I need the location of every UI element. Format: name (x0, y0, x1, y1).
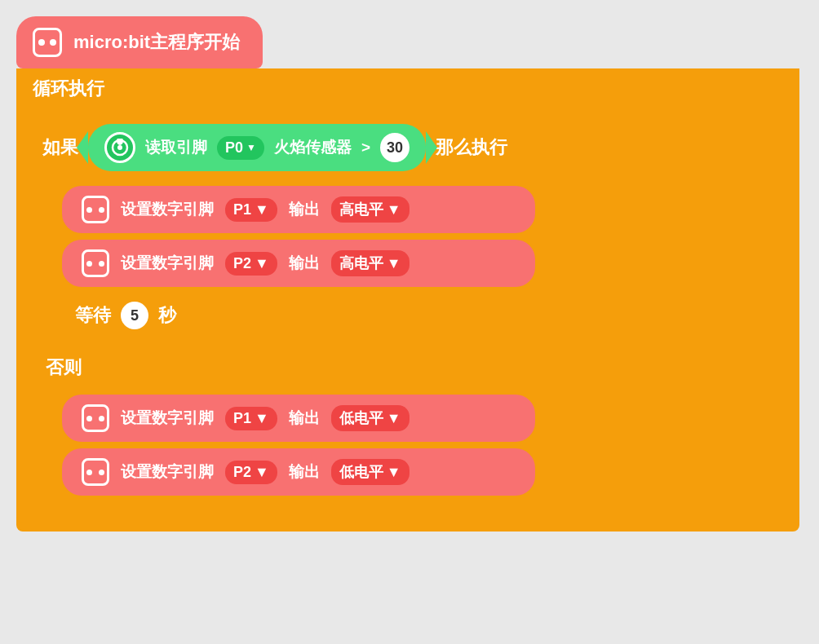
sensor-svg (111, 139, 129, 157)
microbit-icon (33, 28, 62, 57)
then-pin-block-1[interactable]: 设置数字引脚 P1 ▼ 输出 高电平 ▼ (62, 186, 535, 233)
sensor-label: 火焰传感器 (274, 137, 352, 158)
else-body: 设置数字引脚 P1 ▼ 输出 低电平 ▼ 设置数字引脚 (29, 388, 786, 502)
else-output-label-1: 输出 (289, 408, 320, 429)
else-pin1-arrow: ▼ (255, 410, 269, 427)
then-label: 那么执行 (436, 135, 507, 160)
then-pin1-arrow: ▼ (255, 201, 269, 218)
threshold-value[interactable]: 30 (380, 133, 410, 162)
else-level2-arrow: ▼ (387, 464, 401, 481)
else-label: 否则 (46, 357, 82, 377)
svg-point-2 (117, 139, 123, 145)
pin-icon-1 (82, 196, 109, 223)
else-level1-arrow: ▼ (387, 410, 401, 427)
then-body: 设置数字引脚 P1 ▼ 输出 高电平 ▼ 设置数字引脚 (29, 179, 786, 344)
else-pin2-dropdown[interactable]: P2 ▼ (225, 461, 277, 484)
loop-header: 循环执行 (16, 68, 799, 109)
else-pin-icon-1 (82, 404, 109, 432)
then-pin-block-2[interactable]: 设置数字引脚 P2 ▼ 输出 高电平 ▼ (62, 240, 535, 287)
read-label: 读取引脚 (145, 137, 207, 158)
pin-p0-dropdown[interactable]: P0 ▼ (217, 136, 264, 160)
then-pin2-arrow: ▼ (255, 255, 269, 272)
else-pin1-dropdown[interactable]: P1 ▼ (225, 407, 277, 430)
then-pin-label-1: 设置数字引脚 (121, 199, 214, 220)
start-label: micro:bit主程序开始 (73, 30, 240, 55)
else-pin-label-1: 设置数字引脚 (121, 408, 214, 429)
else-pin-block-1[interactable]: 设置数字引脚 P1 ▼ 输出 低电平 ▼ (62, 395, 535, 442)
then-level1-dropdown[interactable]: 高电平 ▼ (331, 196, 410, 223)
condition-block: 读取引脚 P0 ▼ 火焰传感器 > 30 (88, 124, 426, 171)
then-level2-dropdown[interactable]: 高电平 ▼ (331, 250, 410, 276)
else-pin-block-2[interactable]: 设置数字引脚 P2 ▼ 输出 低电平 ▼ (62, 448, 535, 496)
else-pin2-arrow: ▼ (255, 464, 269, 481)
pin-p0-arrow: ▼ (246, 142, 256, 153)
bottom-bar (16, 509, 799, 523)
loop-label: 循环执行 (33, 78, 104, 99)
workspace: micro:bit主程序开始 循环执行 如果 (16, 16, 799, 532)
if-header: 如果 (29, 116, 786, 179)
else-level2-dropdown[interactable]: 低电平 ▼ (331, 459, 410, 485)
then-pin1-dropdown[interactable]: P1 ▼ (225, 198, 277, 222)
else-pin-icon-2 (82, 458, 109, 486)
loop-block: 循环执行 如果 (16, 68, 799, 532)
svg-point-1 (117, 145, 122, 150)
then-output-label-1: 输出 (289, 199, 320, 220)
operator-label: > (361, 139, 370, 157)
pin-icon-2 (82, 249, 109, 277)
then-level1-arrow: ▼ (387, 201, 401, 218)
start-block[interactable]: micro:bit主程序开始 (16, 16, 263, 68)
loop-body: 如果 (16, 109, 799, 509)
then-pin-label-2: 设置数字引脚 (121, 253, 214, 274)
wait-value[interactable]: 5 (121, 302, 148, 329)
else-pin-label-2: 设置数字引脚 (121, 461, 214, 483)
then-pin2-dropdown[interactable]: P2 ▼ (225, 252, 277, 276)
sensor-icon (104, 132, 135, 163)
then-level2-arrow: ▼ (387, 255, 401, 272)
wait-block: 等待 5 秒 (62, 293, 773, 337)
else-level1-dropdown[interactable]: 低电平 ▼ (331, 405, 410, 431)
then-output-label-2: 输出 (289, 253, 320, 274)
else-header: 否则 (29, 347, 786, 388)
else-output-label-2: 输出 (289, 461, 320, 483)
if-label: 如果 (42, 135, 78, 160)
wait-after-label: 秒 (158, 303, 176, 328)
wait-before-label: 等待 (75, 303, 111, 328)
